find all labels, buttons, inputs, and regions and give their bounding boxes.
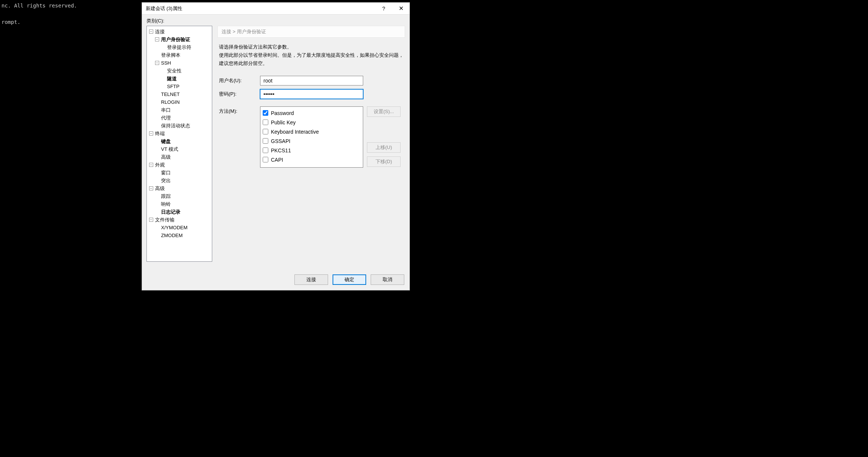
move-up-button[interactable]: 上移(U) [367,142,401,153]
method-check-pkcs11[interactable] [263,147,268,153]
tree-ssh[interactable]: −SSH [148,59,211,67]
content-pane: 连接 > 用户身份验证 请选择身份验证方法和其它参数。 使用此部分以节省登录时间… [217,26,405,266]
setup-button[interactable]: 设置(S)... [367,106,401,117]
category-label: 类别(C): [142,15,410,26]
method-list[interactable]: Password Public Key Keyboard Interactive… [260,106,363,168]
password-input[interactable] [260,89,363,99]
tree-terminal[interactable]: −终端 [148,130,211,137]
tree-proxy[interactable]: 代理 [148,114,211,122]
tree-advanced[interactable]: −高级 [148,184,211,192]
method-check-keyboard[interactable] [263,129,268,134]
tree-keepalive[interactable]: 保持活动状态 [148,122,211,130]
method-item-gssapi[interactable]: GSSAPI [263,136,361,146]
tree-rlogin[interactable]: RLOGIN [148,98,211,106]
method-label: 方法(M): [219,106,260,115]
tree-vtmode[interactable]: VT 模式 [148,145,211,153]
ok-button[interactable]: 确定 [333,274,366,285]
tree-tunnel[interactable]: 隧道 [148,75,211,83]
terminal-background-text: nc. All rights reserved. rompt. [0,0,78,28]
help-button[interactable]: ? [375,3,392,15]
category-tree[interactable]: − 连接 − 用户身份验证 登录提示符 [146,26,212,262]
tree-appearance[interactable]: −外观 [148,161,211,169]
tree-zmodem[interactable]: ZMODEM [148,231,211,239]
method-item-capi[interactable]: CAPI [263,155,361,164]
method-item-publickey[interactable]: Public Key [263,118,361,127]
close-button[interactable]: ✕ [392,3,410,15]
tree-bell[interactable]: 响铃 [148,200,211,208]
tree-term-advanced[interactable]: 高级 [148,153,211,161]
method-check-capi[interactable] [263,157,268,162]
tree-xymodem[interactable]: X/YMODEM [148,224,211,231]
titlebar: 新建会话 (3)属性 ? ✕ [142,3,410,15]
method-check-password[interactable] [263,110,268,116]
tree-logging[interactable]: 日志记录 [148,208,211,216]
tree-serial[interactable]: 串口 [148,106,211,114]
connect-button[interactable]: 连接 [294,274,328,285]
tree-filetransfer[interactable]: −文件传输 [148,216,211,224]
breadcrumb: 连接 > 用户身份验证 [217,26,405,38]
username-input[interactable] [260,76,363,86]
tree-security[interactable]: 安全性 [148,67,211,75]
tree-window[interactable]: 窗口 [148,169,211,177]
method-check-gssapi[interactable] [263,138,268,144]
tree-sftp[interactable]: SFTP [148,83,211,90]
tree-highlight[interactable]: 突出 [148,177,211,184]
dialog-title: 新建会话 (3)属性 [146,5,375,12]
dialog-footer: 连接 确定 取消 [142,271,410,290]
tree-login-script[interactable]: 登录脚本 [148,51,211,59]
method-item-keyboard[interactable]: Keyboard Interactive [263,127,361,136]
description-text: 请选择身份验证方法和其它参数。 使用此部分以节省登录时间。但是，为了最大限度地提… [217,38,405,68]
tree-connection[interactable]: − 连接 [148,28,211,35]
move-down-button[interactable]: 下移(D) [367,156,401,167]
tree-keyboard[interactable]: 键盘 [148,137,211,145]
method-item-password[interactable]: Password [263,108,361,118]
tree-trace[interactable]: 跟踪 [148,192,211,200]
password-label: 密码(P): [219,91,260,97]
method-check-publickey[interactable] [263,119,268,125]
tree-login-prompt[interactable]: 登录提示符 [148,43,211,51]
properties-dialog: 新建会话 (3)属性 ? ✕ 类别(C): − 连接 − 用户身份验证 [142,2,410,290]
method-item-pkcs11[interactable]: PKCS11 [263,146,361,155]
cancel-button[interactable]: 取消 [371,274,404,285]
tree-authentication[interactable]: − 用户身份验证 [148,35,211,43]
tree-telnet[interactable]: TELNET [148,90,211,98]
username-label: 用户名(U): [219,77,260,84]
